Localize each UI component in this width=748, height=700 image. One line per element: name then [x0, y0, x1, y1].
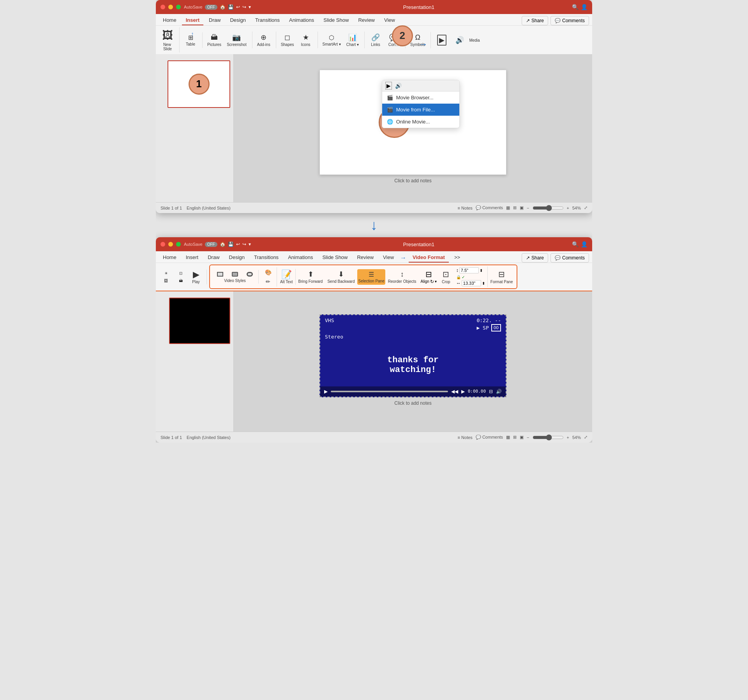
autosave-toggle-2[interactable]: OFF: [205, 242, 217, 247]
save-icon[interactable]: 💾: [228, 4, 234, 10]
pic2-btn[interactable]: 🏔: [174, 277, 188, 284]
menu-insert[interactable]: Insert: [182, 16, 203, 25]
menu-transitions[interactable]: Transitions: [251, 16, 284, 25]
color-btn[interactable]: 🎨: [261, 268, 275, 277]
format-pane-btn[interactable]: ⊟ Format Pane: [489, 268, 515, 285]
view-presenter-icon-2[interactable]: ▣: [520, 435, 524, 440]
new-slide-btn[interactable]: 🖼 NewSlide: [159, 27, 176, 53]
maximize-button-2[interactable]: [176, 242, 181, 247]
menu-review[interactable]: Review: [354, 16, 379, 25]
pictures-btn[interactable]: 🏔 Pictures: [205, 32, 224, 48]
vstyle-1[interactable]: [213, 271, 227, 278]
bring-forward-btn[interactable]: ⬆ Bring Forward: [296, 269, 325, 285]
redo-icon-2[interactable]: ↪: [242, 242, 246, 247]
movie-browser-item[interactable]: 🎬 Movie Browser...: [382, 92, 459, 104]
table-btn[interactable]: ⊞↑ Table: [182, 32, 199, 48]
shapes-btn[interactable]: ◻ Shapes: [279, 32, 296, 48]
autosave-toggle[interactable]: OFF: [205, 5, 217, 10]
close-button[interactable]: [161, 5, 165, 9]
crop-btn[interactable]: ⊡ Crop: [439, 268, 453, 285]
play-view-btn[interactable]: ☀: [159, 270, 173, 277]
video-slide[interactable]: VHS 0:22. -- ▶ SP OO Stereo thanks for w…: [319, 314, 506, 397]
notes-area-1[interactable]: Click to add notes: [391, 175, 434, 187]
step-forward-btn[interactable]: ▶: [461, 389, 465, 394]
volume-btn[interactable]: 🔊: [496, 389, 502, 394]
zoom-slider-1[interactable]: [533, 205, 564, 211]
comments-status-2[interactable]: 💬 Comments: [476, 435, 503, 440]
chart-btn[interactable]: 📊 Chart ▾: [344, 32, 361, 48]
account-icon-2[interactable]: 👤: [581, 241, 587, 247]
search-icon-2[interactable]: 🔍: [572, 241, 579, 247]
media-video-btn[interactable]: ▶: [433, 33, 450, 47]
addins-btn[interactable]: ⊕ Add-ins: [255, 32, 273, 48]
menu2-review[interactable]: Review: [353, 253, 378, 263]
zoom-minus-icon[interactable]: −: [527, 206, 529, 210]
notes-status-1[interactable]: ≡ Notes: [458, 206, 473, 210]
selection-pane-btn[interactable]: ☰ Selection Pane: [357, 269, 385, 285]
effect-btn[interactable]: ✏: [261, 277, 275, 286]
zoom-plus-icon[interactable]: +: [567, 206, 569, 210]
view-presenter-icon[interactable]: ▣: [520, 205, 524, 210]
menu-draw[interactable]: Draw: [205, 16, 224, 25]
menu-view[interactable]: View: [380, 16, 399, 25]
fit-icon-2[interactable]: ⤢: [584, 435, 587, 440]
close-button-2[interactable]: [161, 242, 165, 247]
menu-animations[interactable]: Animations: [285, 16, 318, 25]
minimize-button-2[interactable]: [168, 242, 173, 247]
menu2-transitions[interactable]: Transitions: [250, 253, 282, 263]
height-spinner[interactable]: ⬍: [480, 268, 483, 273]
zoom-minus-icon-2[interactable]: −: [527, 435, 529, 440]
vstyle-3[interactable]: [243, 271, 257, 278]
width-input[interactable]: [462, 280, 481, 286]
links-btn[interactable]: 🔗 Links: [367, 32, 384, 48]
undo-icon[interactable]: ↩: [236, 4, 240, 10]
zoom-slider-2[interactable]: [533, 434, 564, 441]
icons-btn[interactable]: ★ Icons: [297, 32, 314, 48]
share-button[interactable]: ↗ Share: [522, 16, 548, 25]
preview-btn[interactable]: ⊡: [174, 270, 188, 277]
menu2-view[interactable]: View: [379, 253, 398, 263]
menu-design[interactable]: Design: [226, 16, 249, 25]
view-grid-icon[interactable]: ⊞: [513, 205, 517, 210]
slide-thumbnail-2[interactable]: [169, 298, 230, 344]
fit-icon[interactable]: ⤢: [584, 205, 587, 210]
notes-status-2[interactable]: ≡ Notes: [458, 435, 473, 440]
minimize-button[interactable]: [168, 5, 173, 9]
align-dropdown-icon[interactable]: ▾: [435, 279, 437, 284]
undo-icon-2[interactable]: ↩: [236, 242, 240, 247]
menu2-more[interactable]: >>: [450, 253, 464, 263]
video-play-btn[interactable]: ▶: [324, 389, 328, 394]
smartart-btn[interactable]: ⬡ SmartArt ▾: [320, 32, 343, 48]
view-grid-icon-2[interactable]: ⊞: [513, 435, 517, 440]
menu2-design[interactable]: Design: [225, 253, 249, 263]
screenshot-btn[interactable]: 📷 Screenshot: [224, 32, 249, 48]
comments-button-2[interactable]: 💬 Comments: [550, 253, 589, 263]
movie-from-file-item[interactable]: 🎬 Movie from File...: [382, 104, 459, 116]
online-movie-item[interactable]: 🌐 Online Movie...: [382, 116, 459, 128]
maximize-button[interactable]: [176, 5, 181, 9]
menu2-videoformat[interactable]: Video Format: [409, 253, 449, 263]
height-input[interactable]: [459, 267, 479, 273]
play-button[interactable]: ▶ Play: [189, 270, 203, 284]
share-button-2[interactable]: ↗ Share: [522, 253, 548, 263]
save-icon-2[interactable]: 💾: [228, 242, 234, 247]
zoom-plus-icon-2[interactable]: +: [567, 435, 569, 440]
media-audio-btn[interactable]: 🔊: [451, 34, 468, 46]
width-spinner[interactable]: ⬍: [482, 281, 485, 286]
menu2-animations[interactable]: Animations: [284, 253, 317, 263]
menu2-home[interactable]: Home: [159, 253, 180, 263]
menu2-insert[interactable]: Insert: [182, 253, 203, 263]
send-backward-btn[interactable]: ⬇ Send Backward: [325, 269, 356, 285]
more-icon[interactable]: ▾: [249, 4, 251, 10]
menu2-slideshow[interactable]: Slide Show: [318, 253, 351, 263]
video-progress-bar[interactable]: [331, 391, 448, 392]
reorder-objects-btn[interactable]: ↕ Reorder Objects: [386, 269, 418, 285]
search-icon[interactable]: 🔍: [572, 4, 579, 10]
menu2-draw[interactable]: Draw: [204, 253, 223, 263]
captions-btn[interactable]: ⊟: [489, 389, 493, 394]
vstyle-2[interactable]: [228, 271, 242, 278]
comments-button[interactable]: 💬 Comments: [550, 16, 589, 25]
notes-area-2[interactable]: Click to add notes: [391, 397, 434, 409]
view-normal-icon[interactable]: ▦: [506, 205, 510, 210]
slide-thumbnail-1[interactable]: 1: [168, 60, 230, 108]
